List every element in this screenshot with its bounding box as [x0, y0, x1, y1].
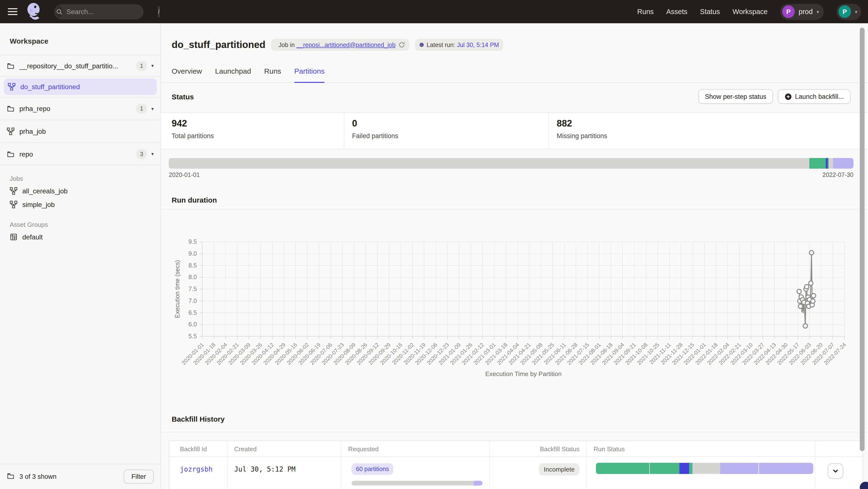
- column-header-backfill-id: Backfill Id: [169, 441, 227, 457]
- sidebar-item-prha-repo[interactable]: prha_repo1▾: [0, 97, 160, 120]
- search-icon: [56, 6, 63, 18]
- search-input[interactable]: [63, 8, 158, 15]
- sidebar-item-repository-do-stuff-partitio[interactable]: __repository__do_stuff_partitio...1▾: [0, 55, 160, 76]
- nav-link-runs[interactable]: Runs: [637, 8, 654, 15]
- job-icon: [7, 127, 14, 135]
- item-count-badge: 3: [136, 149, 147, 159]
- job-origin-link[interactable]: __reposi...artitioned@partitioned_job: [296, 41, 396, 48]
- tab-launchpad[interactable]: Launchpad: [215, 67, 251, 83]
- table-header-row: Backfill IdCreatedRequestedBackfill Stat…: [169, 441, 863, 457]
- tab-partitions[interactable]: Partitions: [294, 67, 324, 83]
- sidebar-item-do-stuff-partitioned[interactable]: do_stuff_partitioned: [0, 76, 160, 97]
- status-section-title: Status: [172, 93, 194, 101]
- sidebar-item-simple_job[interactable]: simple_job: [0, 198, 160, 211]
- nav-link-workspace[interactable]: Workspace: [733, 8, 768, 15]
- reload-icon[interactable]: [398, 42, 405, 48]
- expand-caret-icon[interactable]: ▾: [151, 151, 154, 157]
- bar-segment-gray: [169, 158, 809, 169]
- workspace-sidebar: Workspace __repository__do_stuff_partiti…: [0, 23, 161, 489]
- item-count-badge: 1: [136, 103, 147, 114]
- latest-run-link[interactable]: Jul 30, 5:14 PM: [457, 41, 499, 48]
- asset-icon: [10, 233, 18, 241]
- sidebar-item-repo[interactable]: repo3▾: [0, 142, 160, 165]
- y-tick-label: 8.5: [188, 262, 197, 269]
- backfill-id-link[interactable]: jozrgsbh: [180, 457, 227, 473]
- sidebar-item-label: prha_job: [20, 127, 46, 135]
- job-icon: [10, 187, 18, 195]
- chevron-down-icon: [832, 468, 839, 475]
- sidebar-item-label: __repository__do_stuff_partitio...: [20, 62, 118, 70]
- partition-stats: 942 Total partitions 0 Failed partitions…: [161, 112, 868, 149]
- chart-point: [798, 304, 803, 308]
- chart-point: [811, 299, 815, 303]
- scrollbar-track[interactable]: [859, 23, 865, 489]
- divider: [161, 432, 868, 432]
- folder-icon: [7, 150, 14, 158]
- partition-range-end: 2022-07-30: [823, 171, 854, 178]
- deployment-label: prod: [799, 8, 813, 15]
- deployment-switcher[interactable]: P prod ▾: [780, 4, 824, 20]
- dagster-logo-icon[interactable]: [25, 2, 43, 21]
- y-tick-label: 5.5: [188, 333, 197, 339]
- user-menu[interactable]: P ▾: [836, 4, 861, 20]
- run-status-bar[interactable]: [596, 463, 813, 474]
- requested-progress-bar: [351, 481, 483, 486]
- bar-segment-gray: [829, 158, 833, 169]
- show-per-step-status-button[interactable]: Show per-step status: [698, 89, 773, 104]
- sidebar-item-all_cereals_job[interactable]: all_cereals_job: [0, 184, 160, 198]
- user-avatar: P: [838, 5, 851, 18]
- expand-caret-icon[interactable]: ▾: [151, 63, 154, 68]
- sidebar-item-label: default: [22, 233, 43, 241]
- filter-button[interactable]: Filter: [124, 469, 154, 484]
- tab-runs[interactable]: Runs: [264, 67, 281, 83]
- column-header-run-status: Run Status: [587, 441, 815, 457]
- page-title: do_stuff_partitioned: [172, 39, 266, 51]
- chart-point: [803, 324, 808, 328]
- nav-link-status[interactable]: Status: [700, 8, 720, 15]
- sidebar-item-label: simple_job: [22, 201, 55, 208]
- sidebar-item-label: all_cereals_job: [22, 187, 68, 195]
- main-content: do_stuff_partitioned Job in __reposi...a…: [161, 23, 868, 489]
- expand-row-button[interactable]: [828, 463, 843, 479]
- job-origin-tag: Job in __reposi...artitioned@partitioned…: [271, 39, 409, 51]
- sidebar-item-prha-job[interactable]: prha_job: [0, 120, 160, 142]
- sidebar-item-default[interactable]: default: [0, 230, 160, 244]
- y-tick-label: 6.0: [188, 321, 197, 328]
- latest-run-prefix: Latest run:: [427, 41, 457, 48]
- job-tag-prefix: Job in: [279, 41, 297, 48]
- backfill-created: Jul 30, 5:12 PM: [234, 457, 341, 473]
- bar-segment-green: [650, 463, 679, 474]
- partition-status-bar[interactable]: [169, 158, 854, 169]
- bar-segment-indigo: [826, 158, 828, 169]
- table-row: jozrgsbhJul 30, 5:12 PM 60 partitions 20…: [169, 457, 863, 489]
- folder-icon: [7, 105, 14, 112]
- launch-backfill-button[interactable]: Launch backfill...: [778, 89, 850, 104]
- run-duration-chart: 5.56.06.57.07.58.08.59.09.52020-01-01202…: [161, 212, 868, 367]
- chart-point: [797, 289, 801, 294]
- backfill-history-table: Backfill IdCreatedRequestedBackfill Stat…: [169, 441, 863, 489]
- divider: [161, 209, 868, 209]
- run-status-dot: [419, 43, 424, 47]
- bar-segment-indigo: [679, 463, 689, 474]
- expand-caret-icon[interactable]: ▾: [151, 106, 154, 111]
- tab-overview[interactable]: Overview: [172, 67, 202, 83]
- bar-segment-lavender: [759, 463, 813, 474]
- column-header-created: Created: [227, 441, 341, 457]
- scrollbar-thumb[interactable]: [860, 28, 865, 451]
- job-icon: [10, 201, 18, 208]
- requested-partitions-badge[interactable]: 60 partitions: [351, 463, 393, 475]
- chevron-down-icon: ▾: [855, 9, 857, 14]
- shown-count-label: 3 of 3 shown: [20, 473, 57, 480]
- app-window: / Runs Assets Status Workspace P prod ▾ …: [0, 0, 868, 489]
- hamburger-menu-icon[interactable]: [8, 8, 18, 15]
- y-axis-title: Execution time (secs): [174, 260, 181, 318]
- top-nav: / Runs Assets Status Workspace P prod ▾ …: [0, 0, 868, 23]
- column-header-actions: [815, 441, 863, 457]
- y-tick-label: 9.5: [188, 238, 197, 245]
- nav-link-assets[interactable]: Assets: [666, 8, 687, 15]
- plus-circle-icon: [785, 93, 792, 100]
- bar-segment-lavender: [474, 481, 483, 486]
- sidebar-title: Workspace: [0, 23, 160, 55]
- top-nav-links: Runs Assets Status Workspace P prod ▾ P …: [637, 4, 861, 20]
- search-box: /: [54, 4, 144, 19]
